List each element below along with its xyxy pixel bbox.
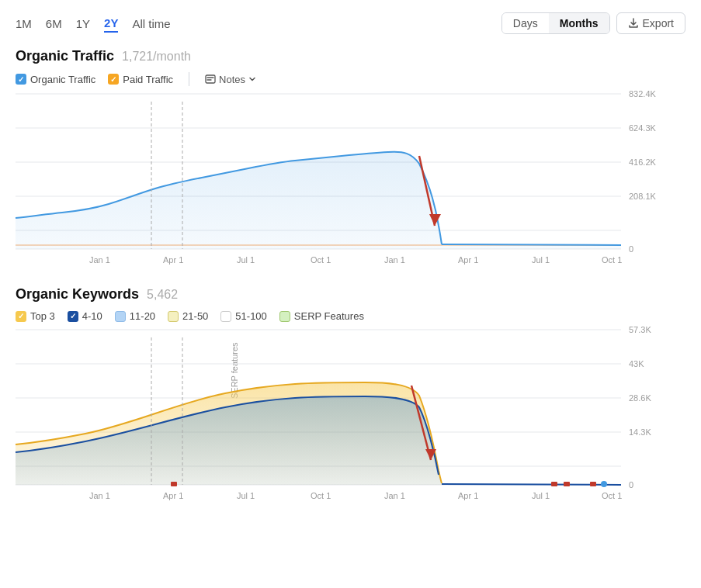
right-controls: Days Months Export xyxy=(501,12,685,34)
legend-51-100[interactable]: 51-100 xyxy=(220,310,266,322)
svg-rect-0 xyxy=(206,75,215,83)
filter-1m[interactable]: 1M xyxy=(16,16,32,32)
organic-traffic-header: Organic Traffic 1,721/month xyxy=(16,48,685,64)
chevron-down-icon xyxy=(248,75,256,83)
x-label-oct1-2: Oct 1 xyxy=(602,255,622,265)
export-icon xyxy=(628,18,639,29)
ky-label-1: 57.3K xyxy=(629,325,651,334)
red-marker-2 xyxy=(551,482,557,486)
time-filters: 1M 6M 1Y 2Y All time xyxy=(16,15,171,33)
y-label-1: 832.4K xyxy=(629,89,657,99)
y-label-3: 416.2K xyxy=(629,157,657,167)
ky-label-3: 28.6K xyxy=(629,393,651,403)
notes-button[interactable]: Notes xyxy=(205,74,256,85)
kx-label-apr1: Apr 1 xyxy=(163,491,183,500)
y-label-4: 208.1K xyxy=(629,192,657,201)
ky-label-4: 14.3K xyxy=(629,427,651,437)
organic-keywords-header: Organic Keywords 5,462 xyxy=(16,286,685,303)
x-label-jan1-2: Jan 1 xyxy=(384,255,405,265)
months-toggle[interactable]: Months xyxy=(549,13,609,33)
legend-serp-features[interactable]: SERP Features xyxy=(279,310,364,322)
x-label-oct1: Oct 1 xyxy=(311,255,331,265)
organic-traffic-chart: 832.4K 624.3K 416.2K 208.1K 0 xyxy=(16,94,685,268)
view-toggle-group: Days Months xyxy=(501,12,610,34)
51-100-check xyxy=(220,311,231,322)
kx-label-oct1-2: Oct 1 xyxy=(602,491,622,500)
organic-traffic-title: Organic Traffic xyxy=(16,48,114,64)
x-label-jul1-2: Jul 1 xyxy=(532,255,550,265)
legend-top3[interactable]: ✓ Top 3 xyxy=(16,310,55,322)
kx-label-jan1: Jan 1 xyxy=(89,491,110,500)
days-toggle[interactable]: Days xyxy=(502,13,549,33)
organic-traffic-value: 1,721/month xyxy=(122,50,191,64)
export-button[interactable]: Export xyxy=(616,12,685,34)
filter-alltime[interactable]: All time xyxy=(132,16,170,32)
ky-label-5: 0 xyxy=(629,480,633,489)
kx-label-oct1: Oct 1 xyxy=(311,491,331,500)
legend-paid-traffic[interactable]: ✓ Paid Traffic xyxy=(108,74,173,85)
4-10-check: ✓ xyxy=(68,311,78,322)
y-label-5: 0 xyxy=(629,244,633,254)
x-label-jan1: Jan 1 xyxy=(89,255,110,265)
21-50-check xyxy=(168,311,179,322)
11-20-check xyxy=(115,311,126,322)
filter-2y[interactable]: 2Y xyxy=(104,15,118,33)
legend-organic-traffic[interactable]: ✓ Organic Traffic xyxy=(16,74,95,85)
organic-keywords-value: 5,462 xyxy=(147,288,178,302)
y-label-2: 624.3K xyxy=(629,123,657,133)
red-marker-3 xyxy=(564,482,570,486)
legend-4-10[interactable]: ✓ 4-10 xyxy=(68,310,102,322)
kx-label-jul1: Jul 1 xyxy=(237,491,255,500)
organic-traffic-legend: ✓ Organic Traffic ✓ Paid Traffic Notes xyxy=(16,72,685,86)
legend-11-20[interactable]: 11-20 xyxy=(115,310,155,322)
x-label-jul1: Jul 1 xyxy=(237,255,255,265)
red-marker-4 xyxy=(590,482,596,486)
organic-keywords-chart: 57.3K 43K 28.6K 14.3K 0 xyxy=(16,330,685,511)
kx-label-apr1-2: Apr 1 xyxy=(458,491,478,500)
red-marker-1 xyxy=(171,482,177,486)
organic-keywords-title: Organic Keywords xyxy=(16,286,139,303)
top3-check: ✓ xyxy=(16,311,26,322)
serp-features-check xyxy=(279,311,290,322)
filter-1y[interactable]: 1Y xyxy=(76,16,90,32)
kx-label-jan1-2: Jan 1 xyxy=(384,491,405,500)
organic-keywords-legend: ✓ Top 3 ✓ 4-10 11-20 21-50 51-100 SERP F… xyxy=(16,310,685,322)
legend-divider xyxy=(189,72,189,86)
x-label-apr1: Apr 1 xyxy=(163,255,183,265)
notes-icon xyxy=(205,74,216,84)
x-label-apr1-2: Apr 1 xyxy=(458,255,478,265)
organic-check: ✓ xyxy=(16,74,26,85)
legend-21-50[interactable]: 21-50 xyxy=(168,310,208,322)
blue-marker xyxy=(601,481,607,487)
kx-label-jul1-2: Jul 1 xyxy=(532,491,550,500)
paid-check: ✓ xyxy=(108,74,119,85)
organic-keywords-section: Organic Keywords 5,462 ✓ Top 3 ✓ 4-10 11… xyxy=(16,286,685,511)
top-bar: 1M 6M 1Y 2Y All time Days Months Export xyxy=(16,12,685,34)
organic-traffic-section: Organic Traffic 1,721/month ✓ Organic Tr… xyxy=(16,48,685,268)
filter-6m[interactable]: 6M xyxy=(46,16,62,32)
ky-label-2: 43K xyxy=(629,359,644,368)
